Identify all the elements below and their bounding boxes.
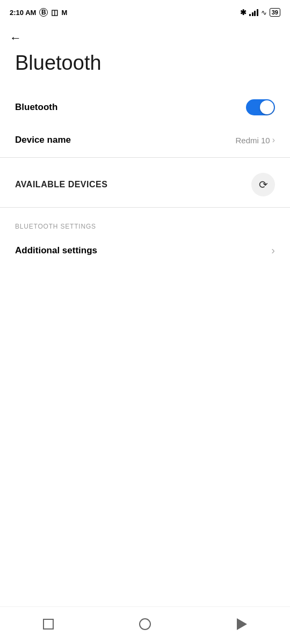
settings-section: Bluetooth Device name Redmi 10 ›: [0, 90, 290, 155]
bluetooth-toggle[interactable]: [246, 99, 275, 115]
b-icon: B: [39, 8, 48, 17]
toggle-knob: [260, 100, 274, 114]
bluetooth-toggle-row: Bluetooth: [15, 90, 275, 125]
mail-icon: M: [61, 9, 67, 17]
sim-icon: ◫: [51, 8, 58, 17]
back-nav-icon: [237, 618, 247, 630]
device-name-text: Redmi 10: [235, 136, 270, 145]
status-time: 2:10 AM B ◫ M: [10, 8, 67, 17]
device-name-row[interactable]: Device name Redmi 10 ›: [15, 125, 275, 155]
available-devices-section: AVAILABLE DEVICES ⟳: [0, 160, 290, 196]
additional-settings-row[interactable]: Additional settings ›: [15, 237, 275, 264]
bottom-nav: [0, 606, 290, 644]
status-bar: 2:10 AM B ◫ M ✱ ∿ 39: [0, 0, 290, 23]
home-button[interactable]: [134, 613, 156, 635]
time-text: 2:10 AM: [10, 9, 36, 17]
available-devices-title: AVAILABLE DEVICES: [15, 180, 107, 189]
back-arrow-icon[interactable]: ←: [10, 31, 21, 45]
divider-1: [0, 157, 290, 158]
refresh-button[interactable]: ⟳: [251, 173, 275, 196]
page-title: Bluetooth: [0, 49, 290, 90]
bluetooth-status-icon: ✱: [240, 8, 247, 17]
device-name-label: Device name: [15, 135, 71, 145]
additional-chevron-icon: ›: [271, 244, 275, 257]
additional-settings-label: Additional settings: [15, 245, 97, 256]
wifi-icon: ∿: [261, 9, 267, 17]
bluetooth-label: Bluetooth: [15, 102, 57, 113]
bluetooth-settings-section: BLUETOOTH SETTINGS Additional settings ›: [0, 208, 290, 264]
bluetooth-settings-label: BLUETOOTH SETTINGS: [15, 223, 275, 230]
signal-icon: [249, 9, 258, 16]
refresh-icon: ⟳: [259, 178, 268, 191]
recents-icon: [43, 619, 54, 630]
home-icon: [139, 618, 151, 630]
chevron-right-icon: ›: [272, 135, 275, 145]
available-devices-header: AVAILABLE DEVICES ⟳: [15, 173, 275, 196]
status-right-icons: ✱ ∿ 39: [240, 8, 280, 17]
recents-button[interactable]: [38, 613, 59, 635]
battery-icon: 39: [270, 8, 280, 17]
device-name-value-group: Redmi 10 ›: [235, 135, 275, 145]
back-button[interactable]: ←: [0, 23, 290, 49]
back-nav-button[interactable]: [231, 613, 252, 635]
